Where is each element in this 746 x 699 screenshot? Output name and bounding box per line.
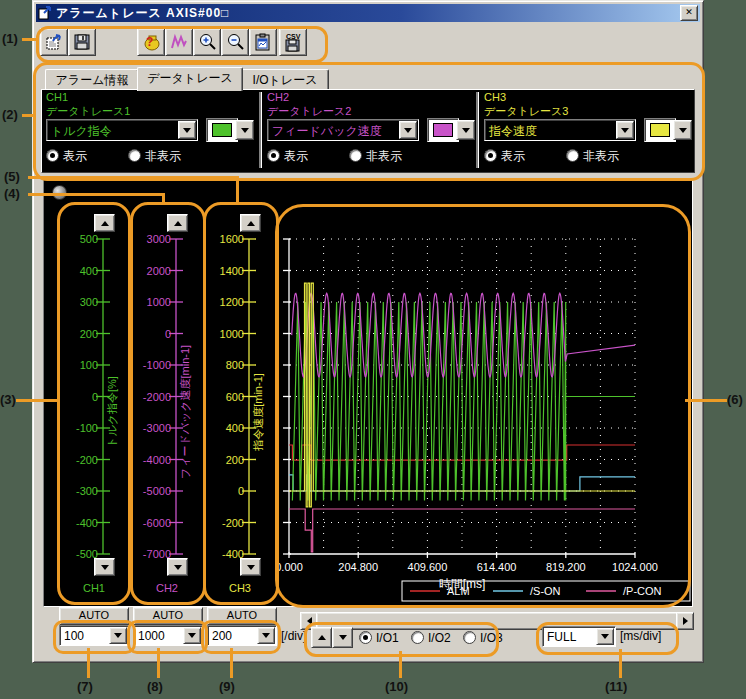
- dropdown-arrow-icon[interactable]: [235, 120, 254, 140]
- channel-scale-label: CH1: [62, 582, 126, 594]
- svg-text:0: 0: [238, 485, 244, 497]
- dropdown-arrow-icon[interactable]: [456, 120, 475, 140]
- show-radio-ch2[interactable]: [267, 149, 280, 162]
- zoom-out-icon: [226, 33, 244, 51]
- show-radio-ch3[interactable]: [484, 149, 497, 162]
- time-div-select[interactable]: FULL: [542, 626, 616, 647]
- scrollbar-thumb[interactable]: [316, 612, 678, 630]
- svg-text:3000: 3000: [147, 233, 171, 245]
- svg-text:0: 0: [92, 391, 98, 403]
- hide-radio-ch2[interactable]: [349, 149, 362, 162]
- svg-text:204.800: 204.800: [338, 561, 378, 573]
- scroll-right-button[interactable]: [676, 612, 694, 630]
- dropdown-arrow-icon[interactable]: [673, 120, 692, 140]
- callout-7: (7): [77, 679, 93, 694]
- dropdown-arrow-icon[interactable]: [109, 627, 127, 644]
- div-scale-select-ch1[interactable]: 100: [59, 625, 129, 646]
- dropdown-arrow-icon[interactable]: [178, 121, 196, 139]
- data-trace-tab-page: CH1 データトレース1 トルク指令 表示 非表示 CH2 データトレース2 フ…: [41, 89, 695, 173]
- copy-graph-button[interactable]: [249, 28, 277, 56]
- show-radio-ch1[interactable]: [46, 149, 59, 162]
- dropdown-arrow-icon[interactable]: [399, 121, 417, 139]
- svg-text:1200: 1200: [220, 296, 244, 308]
- scale-axis: 5004003002001000-100-200-300-400-500トルク指…: [62, 232, 126, 564]
- alarm-display-button[interactable]: ?: [137, 28, 165, 56]
- window-icon: [38, 6, 52, 20]
- tab-io-trace[interactable]: I/Oトレース: [241, 69, 329, 91]
- io3-radio[interactable]: I/O3: [463, 631, 503, 645]
- svg-text:/P-CON: /P-CON: [623, 585, 662, 597]
- svg-text:500: 500: [80, 233, 98, 245]
- svg-text:-100: -100: [76, 422, 98, 434]
- trace-display-panel: 5004003002001000-100-200-300-400-500トルク指…: [43, 179, 693, 607]
- auto-scale-button-ch3[interactable]: AUTO: [207, 607, 277, 625]
- color-select-ch3[interactable]: [644, 118, 692, 140]
- channel-panel-ch3: CH3 データトレース3 指令速度 表示 非表示: [480, 90, 692, 170]
- tab-data-trace[interactable]: データトレース: [137, 67, 243, 91]
- signal-select-ch1[interactable]: トルク指令: [46, 119, 198, 141]
- div-scale-select-ch3[interactable]: 200: [207, 625, 277, 646]
- panel-divider: [259, 92, 262, 168]
- trace-label: データトレース2: [267, 104, 351, 119]
- zoom-in-icon: [198, 33, 216, 51]
- signal-select-ch2[interactable]: フィードバック速度: [267, 119, 419, 141]
- callout-3: (3): [0, 392, 16, 407]
- dropdown-arrow-icon[interactable]: [616, 121, 634, 139]
- signal-value: 指令速度: [489, 123, 537, 140]
- chart-horizontal-scrollbar[interactable]: [300, 612, 692, 628]
- zoom-in-button[interactable]: [193, 28, 221, 56]
- io1-radio[interactable]: I/O1: [359, 631, 399, 645]
- color-select-ch2[interactable]: [427, 118, 475, 140]
- scale-scroll-down-button[interactable]: [94, 558, 115, 576]
- scale-scroll-up-button[interactable]: [167, 214, 188, 232]
- callout-1: (1): [2, 31, 18, 46]
- close-button[interactable]: ✕: [680, 5, 698, 21]
- svg-text:400: 400: [80, 265, 98, 277]
- zoom-out-button[interactable]: [221, 28, 249, 56]
- svg-text:2000: 2000: [147, 265, 171, 277]
- channel-panel-ch1: CH1 データトレース1 トルク指令 表示 非表示: [42, 90, 258, 170]
- time-div-unit-label: [ms/div]: [620, 629, 661, 643]
- svg-text:300: 300: [80, 296, 98, 308]
- svg-text:400: 400: [226, 422, 244, 434]
- auto-scale-button-ch1[interactable]: AUTO: [59, 607, 129, 625]
- scale-column-ch2: 3000200010000-1000-2000-3000-4000-5000-6…: [135, 180, 199, 606]
- dropdown-arrow-icon[interactable]: [183, 627, 201, 644]
- svg-text:0.000: 0.000: [275, 561, 303, 573]
- callout-10: (10): [385, 679, 408, 694]
- dropdown-arrow-icon[interactable]: [596, 628, 614, 645]
- waveform-icon: [170, 33, 188, 51]
- io2-radio[interactable]: I/O2: [411, 631, 451, 645]
- color-select-ch1[interactable]: [206, 118, 254, 140]
- scale-scroll-down-button[interactable]: [167, 558, 188, 576]
- channel-scale-label: CH3: [208, 582, 272, 594]
- signal-select-ch3[interactable]: 指令速度: [484, 119, 636, 141]
- tab-alarm-info[interactable]: アラーム情報: [45, 69, 139, 91]
- auto-scale-button-ch2[interactable]: AUTO: [133, 607, 203, 625]
- svg-text:200: 200: [80, 328, 98, 340]
- div-scale-select-ch2[interactable]: 1000: [133, 625, 203, 646]
- scale-axis: 16001400120010008006004002000-200-400指令速…: [208, 232, 272, 564]
- hide-radio-ch1[interactable]: [128, 149, 141, 162]
- waveform-display-button[interactable]: [165, 28, 193, 56]
- io-down-button[interactable]: [332, 627, 353, 648]
- channel-id: CH3: [484, 91, 506, 103]
- trace-chart: 0.000204.800409.600614.400819.2001024.00…: [268, 198, 692, 604]
- open-trace-file-button[interactable]: [40, 28, 68, 56]
- svg-text:-200: -200: [76, 454, 98, 466]
- dropdown-arrow-icon[interactable]: [257, 627, 275, 644]
- svg-text:フィードバック速度[min-1]: フィードバック速度[min-1]: [179, 345, 191, 479]
- callout-8: (8): [147, 679, 163, 694]
- scale-scroll-down-button[interactable]: [240, 558, 261, 576]
- hide-radio-ch3[interactable]: [566, 149, 579, 162]
- io-up-button[interactable]: [311, 627, 332, 648]
- copy-graph-icon: [254, 33, 272, 51]
- save-csv-button[interactable]: CSV: [279, 28, 307, 56]
- signal-value: フィードバック速度: [272, 123, 382, 140]
- callout-2: (2): [2, 107, 18, 122]
- scale-scroll-up-button[interactable]: [94, 214, 115, 232]
- svg-text:-1000: -1000: [143, 359, 171, 371]
- scale-scroll-up-button[interactable]: [240, 214, 261, 232]
- save-button[interactable]: [68, 28, 96, 56]
- save-icon: [74, 34, 90, 50]
